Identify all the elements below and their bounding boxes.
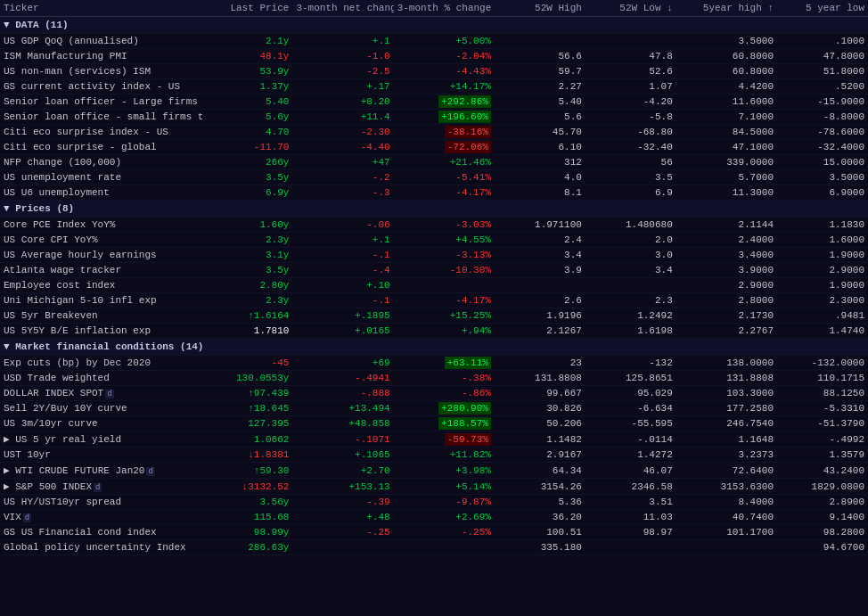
cell-3mpct: -38.16% [394, 125, 495, 140]
cell-52wh: 3.4 [495, 248, 585, 263]
cell-3mpct: -9.87% [394, 495, 495, 510]
cell-ticker: US 5yr Breakeven [0, 308, 202, 324]
cell-ticker: NFP change (100,000) [0, 155, 202, 170]
table-row: ▶ S&P 500 INDEXd ↓3132.52 +153.13 +5.14%… [0, 479, 868, 495]
cell-52wh: 36.20 [495, 510, 585, 525]
cell-5yl: 15.0000 [777, 155, 868, 170]
data-table: Ticker Last Price 3-month net change 3-m… [0, 0, 868, 555]
cell-5yh: 11.3000 [676, 185, 777, 201]
cell-last: 3.5y [202, 170, 293, 185]
cell-52wl: 3.51 [585, 495, 676, 510]
cell-5yh: 2.2767 [676, 324, 777, 339]
cell-5yl: 1.4740 [777, 324, 868, 339]
cell-3mnet: -.39 [292, 495, 393, 510]
cell-5yh: 47.1000 [676, 140, 777, 155]
cell-3mnet: +11.4 [292, 110, 393, 125]
cell-last: 266y [202, 155, 293, 170]
cell-ticker: US HY/UST10yr spread [0, 495, 202, 510]
cell-last: ↑97.439 [202, 386, 293, 401]
cell-5yh: 3153.6300 [676, 479, 777, 495]
cell-3mpct: +292.86% [394, 94, 495, 110]
table-row: Citi eco surprise index - US 4.70 -2.30 … [0, 125, 868, 140]
cell-3mnet: +8.20 [292, 94, 393, 110]
cell-3mnet [292, 540, 393, 555]
cell-5yh: 60.8000 [676, 49, 777, 64]
cell-5yh: 103.3000 [676, 386, 777, 401]
cell-ticker: US Core CPI YoY% [0, 233, 202, 248]
cell-3mnet: -.4941 [292, 371, 393, 386]
cell-52wh [495, 278, 585, 293]
cell-last: 5.40 [202, 94, 293, 110]
table-row: US Average hourly earnings 3.1y -.1 -3.1… [0, 248, 868, 263]
cell-3mpct: -.86% [394, 386, 495, 401]
cell-5yh: 40.7400 [676, 510, 777, 525]
cell-3mnet: -2.5 [292, 64, 393, 79]
cell-3mpct: +5.14% [394, 479, 495, 495]
cell-3mpct: +15.25% [394, 308, 495, 324]
cell-ticker: Core PCE Index YoY% [0, 218, 202, 233]
cell-ticker: US 3m/10yr curve [0, 416, 202, 431]
col-header-3mnet: 3-month net change [292, 0, 393, 17]
cell-52wh: 1.971100 [495, 218, 585, 233]
col-header-3mpct: 3-month % change [394, 0, 495, 17]
cell-5yl: .1000 [777, 34, 868, 49]
cell-52wl: 125.8651 [585, 371, 676, 386]
cell-52wh: 335.180 [495, 540, 585, 555]
cell-5yl: -8.8000 [777, 110, 868, 125]
cell-3mnet: -.25 [292, 525, 393, 540]
cell-ticker: US GDP QoQ (annualised) [0, 34, 202, 49]
cell-5yh: 3.9000 [676, 263, 777, 278]
cell-3mpct: -5.41% [394, 170, 495, 185]
cell-52wl: 2.3 [585, 293, 676, 308]
cell-5yl: 6.9000 [777, 185, 868, 201]
cell-52wl: 2.0 [585, 233, 676, 248]
cell-52wh: 23 [495, 356, 585, 371]
cell-3mnet: -.06 [292, 218, 393, 233]
cell-3mpct: -3.13% [394, 248, 495, 263]
section-title-0: ▼ DATA (11) [0, 17, 868, 34]
table-row: USD Trade weighted 130.0553y -.4941 -.38… [0, 371, 868, 386]
cell-3mpct: +4.55% [394, 233, 495, 248]
cell-52wh: 3.9 [495, 263, 585, 278]
cell-last: 130.0553y [202, 371, 293, 386]
cell-last: 286.63y [202, 540, 293, 555]
cell-ticker: US Average hourly earnings [0, 248, 202, 263]
cell-52wl: 2346.58 [585, 479, 676, 495]
cell-last: 1.0662 [202, 431, 293, 448]
cell-52wl: 1.6198 [585, 324, 676, 339]
cell-52wl [585, 540, 676, 555]
cell-3mpct: +5.00% [394, 34, 495, 49]
cell-5yh: 246.7540 [676, 416, 777, 431]
cell-52wh: 8.1 [495, 185, 585, 201]
cell-52wl: -32.40 [585, 140, 676, 155]
cell-5yl: 51.8000 [777, 64, 868, 79]
cell-52wh: 99.667 [495, 386, 585, 401]
cell-5yh: 2.4000 [676, 233, 777, 248]
table-row: Employee cost index 2.80y +.10 2.9000 1.… [0, 278, 868, 293]
cell-5yh: 2.1730 [676, 308, 777, 324]
table-row: ▶ US 5 yr real yield 1.0662 -.1071 -59.7… [0, 431, 868, 448]
cell-3mpct: +280.90% [394, 401, 495, 416]
cell-5yh: 3.5000 [676, 34, 777, 49]
cell-5yl: 110.1715 [777, 371, 868, 386]
cell-5yl: 2.3000 [777, 293, 868, 308]
table-row: Citi eco surprise - global -11.70 -4.40 … [0, 140, 868, 155]
cell-52wh: 6.10 [495, 140, 585, 155]
cell-3mpct: +14.17% [394, 79, 495, 94]
cell-5yl: 1.9000 [777, 278, 868, 293]
cell-3mnet: -.4 [292, 263, 393, 278]
cell-5yh: 4.4200 [676, 79, 777, 94]
cell-3mpct: +196.60% [394, 110, 495, 125]
cell-3mpct: +11.82% [394, 448, 495, 463]
cell-3mnet: +.1 [292, 233, 393, 248]
cell-52wh: 45.70 [495, 125, 585, 140]
cell-52wh: 2.4 [495, 233, 585, 248]
d-label: d [94, 483, 102, 492]
cell-52wh: 1.9196 [495, 308, 585, 324]
cell-last: ↑18.645 [202, 401, 293, 416]
cell-5yl: -15.9000 [777, 94, 868, 110]
cell-52wh: 2.9167 [495, 448, 585, 463]
cell-last: 3.56y [202, 495, 293, 510]
cell-52wh: 5.6 [495, 110, 585, 125]
cell-last: 98.99y [202, 525, 293, 540]
